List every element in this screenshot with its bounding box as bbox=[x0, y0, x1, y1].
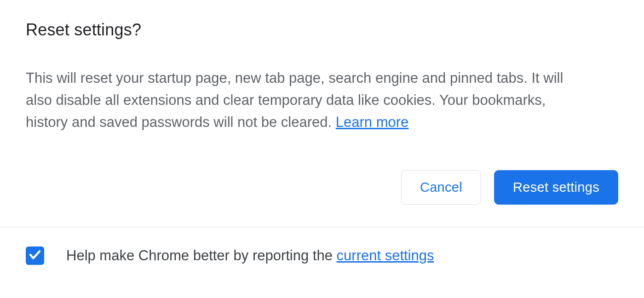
checkmark-icon bbox=[28, 248, 42, 264]
dialog-footer: Help make Chrome better by reporting the… bbox=[0, 227, 644, 265]
dialog-body: This will reset your startup page, new t… bbox=[26, 67, 592, 133]
dialog-title: Reset settings? bbox=[26, 20, 618, 40]
footer-text: Help make Chrome better by reporting the… bbox=[66, 247, 434, 264]
report-settings-checkbox[interactable] bbox=[26, 246, 44, 265]
learn-more-link[interactable]: Learn more bbox=[336, 114, 409, 130]
reset-settings-dialog: Reset settings? This will reset your sta… bbox=[0, 0, 644, 205]
dialog-body-text: This will reset your startup page, new t… bbox=[26, 70, 563, 130]
cancel-button[interactable]: Cancel bbox=[401, 170, 481, 205]
reset-settings-button[interactable]: Reset settings bbox=[494, 170, 618, 205]
dialog-button-row: Cancel Reset settings bbox=[26, 170, 618, 205]
current-settings-link[interactable]: current settings bbox=[337, 247, 434, 264]
footer-text-before-link: Help make Chrome better by reporting the bbox=[66, 247, 337, 264]
